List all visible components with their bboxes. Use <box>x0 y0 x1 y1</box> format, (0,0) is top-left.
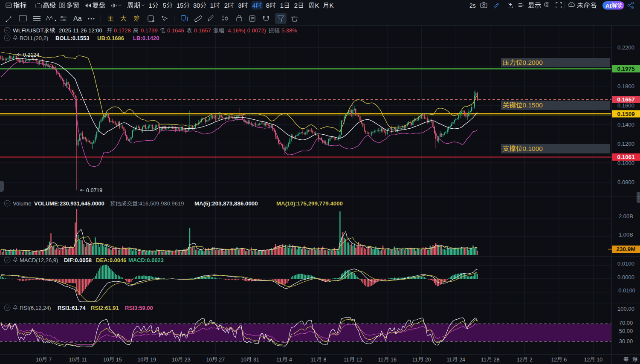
svg-text:20: 20 <box>423 357 431 363</box>
svg-text:16: 16 <box>389 357 397 363</box>
svg-text:BOLL:0.1553: BOLL:0.1553 <box>55 35 89 41</box>
svg-text:LB:0.1420: LB:0.1420 <box>133 35 159 41</box>
svg-text:1: 1 <box>210 2 214 9</box>
svg-text:30: 30 <box>193 2 200 9</box>
svg-text:0.1000: 0.1000 <box>523 145 543 152</box>
svg-text:31: 31 <box>252 357 259 363</box>
svg-text:10: 10 <box>595 357 602 363</box>
svg-text:VOLUME:230,931,645.0000: VOLUME:230,931,645.0000 <box>34 200 104 207</box>
svg-text:0.1728: 0.1728 <box>114 27 131 34</box>
svg-text:0.1646: 0.1646 <box>167 27 184 34</box>
svg-text:0.1739: 0.1739 <box>141 27 158 34</box>
svg-text:0.1000: 0.1000 <box>617 160 634 166</box>
svg-text:K: K <box>330 2 334 9</box>
svg-text:11: 11 <box>446 357 452 363</box>
svg-text:6: 6 <box>562 357 567 363</box>
svg-text:2: 2 <box>224 2 228 9</box>
svg-text:11: 11 <box>311 357 316 363</box>
svg-text:11: 11 <box>80 357 87 363</box>
svg-text:0.0719: 0.0719 <box>86 188 102 194</box>
svg-text:5: 5 <box>163 2 166 9</box>
svg-text:8: 8 <box>266 2 269 9</box>
svg-text:0.1975: 0.1975 <box>617 66 635 72</box>
svg-text:0.1657: 0.1657 <box>617 96 634 103</box>
svg-text:12: 12 <box>517 357 523 363</box>
svg-text:12: 12 <box>551 357 557 363</box>
svg-text:11: 11 <box>344 357 349 363</box>
svg-text:1: 1 <box>148 2 152 9</box>
svg-text:4: 4 <box>252 2 255 9</box>
svg-text:0.0000: 0.0000 <box>617 274 634 280</box>
svg-text:DEA:0.0046: DEA:0.0046 <box>96 257 127 263</box>
svg-text:10: 10 <box>36 357 42 363</box>
svg-text:28: 28 <box>492 357 499 363</box>
svg-text:MACD:0.0023: MACD:0.0023 <box>128 257 164 263</box>
svg-text:RSI1:61.74: RSI1:61.74 <box>58 305 86 311</box>
svg-text:11: 11 <box>412 357 418 363</box>
svg-text:27: 27 <box>217 357 225 363</box>
svg-text:0.1400: 0.1400 <box>617 121 634 128</box>
svg-text:RSI(6,12,24): RSI(6,12,24) <box>20 305 51 311</box>
svg-text:3: 3 <box>238 2 241 9</box>
svg-text:70.00: 70.00 <box>619 320 633 326</box>
svg-text:RSI3:59.00: RSI3:59.00 <box>125 305 153 311</box>
svg-text:DIF:0.0058: DIF:0.0058 <box>64 257 92 263</box>
svg-text:10: 10 <box>69 357 75 363</box>
svg-text:10: 10 <box>240 357 246 363</box>
svg-text:11: 11 <box>481 357 487 363</box>
svg-text::416,509,980.9619: :416,509,980.9619 <box>138 200 184 207</box>
svg-text:0.1800: 0.1800 <box>617 83 634 90</box>
svg-text:12: 12 <box>584 357 590 363</box>
svg-text:0.1500: 0.1500 <box>523 101 543 109</box>
svg-text:0.1061: 0.1061 <box>617 154 635 160</box>
svg-text:1: 1 <box>280 2 284 9</box>
svg-text:8: 8 <box>322 357 326 363</box>
svg-text:19: 19 <box>149 357 156 363</box>
svg-text:7: 7 <box>47 357 52 363</box>
svg-text:50.00: 50.00 <box>619 328 633 334</box>
svg-text:0.2124: 0.2124 <box>23 52 39 58</box>
svg-text:2: 2 <box>528 357 532 363</box>
svg-text:5.38%: 5.38% <box>281 27 297 34</box>
svg-text:MA(10):175,299,779.4000: MA(10):175,299,779.4000 <box>276 200 343 207</box>
svg-text:-4.16%(-0.0072): -4.16%(-0.0072) <box>226 27 266 34</box>
svg-text:0.1200: 0.1200 <box>617 141 634 147</box>
svg-text:10: 10 <box>206 357 212 363</box>
svg-text:AI: AI <box>605 3 611 9</box>
svg-text:10: 10 <box>137 357 143 363</box>
svg-text:MACD(12,26,9): MACD(12,26,9) <box>20 257 58 263</box>
svg-text:15: 15 <box>177 2 184 9</box>
svg-text:2s: 2s <box>469 2 476 9</box>
svg-text:24: 24 <box>458 357 465 363</box>
svg-text:30.00: 30.00 <box>619 338 633 344</box>
svg-text:2025-11-26 12:00: 2025-11-26 12:00 <box>59 27 102 34</box>
svg-text:10: 10 <box>103 357 109 363</box>
svg-text:10: 10 <box>172 357 178 363</box>
svg-text:RSI2:61.91: RSI2:61.91 <box>91 305 119 311</box>
svg-text:MA(5):203,873,886.0000: MA(5):203,873,886.0000 <box>194 200 258 207</box>
svg-text:2.00B: 2.00B <box>619 213 633 220</box>
svg-text:-0.0100: -0.0100 <box>617 287 635 294</box>
svg-text:0.0800: 0.0800 <box>617 179 634 185</box>
svg-text:0.0100: 0.0100 <box>617 260 634 267</box>
svg-text:15: 15 <box>114 357 122 363</box>
svg-text:2: 2 <box>294 2 298 9</box>
svg-text:0.1509: 0.1509 <box>617 111 634 117</box>
svg-text:11: 11 <box>378 357 383 363</box>
svg-text:12: 12 <box>355 357 362 363</box>
svg-text:0.2200: 0.2200 <box>617 44 634 51</box>
svg-text:BOLL(20,2): BOLL(20,2) <box>20 35 48 41</box>
svg-text:4: 4 <box>288 357 292 363</box>
svg-text:Volume: Volume <box>13 200 31 207</box>
svg-text:11: 11 <box>276 357 282 363</box>
svg-text:UB:0.1686: UB:0.1686 <box>97 35 124 41</box>
svg-text:230.9M: 230.9M <box>617 246 636 252</box>
svg-text:100.00: 100.00 <box>617 306 634 312</box>
svg-text:0.1657: 0.1657 <box>194 27 211 34</box>
svg-text:Aa: Aa <box>73 15 82 22</box>
svg-text:WLFI/USDT: WLFI/USDT <box>13 27 44 34</box>
svg-text:K: K <box>315 2 319 9</box>
svg-text:0.2000: 0.2000 <box>523 59 543 66</box>
svg-text:23: 23 <box>183 357 190 363</box>
svg-text:1.00B: 1.00B <box>619 231 633 238</box>
